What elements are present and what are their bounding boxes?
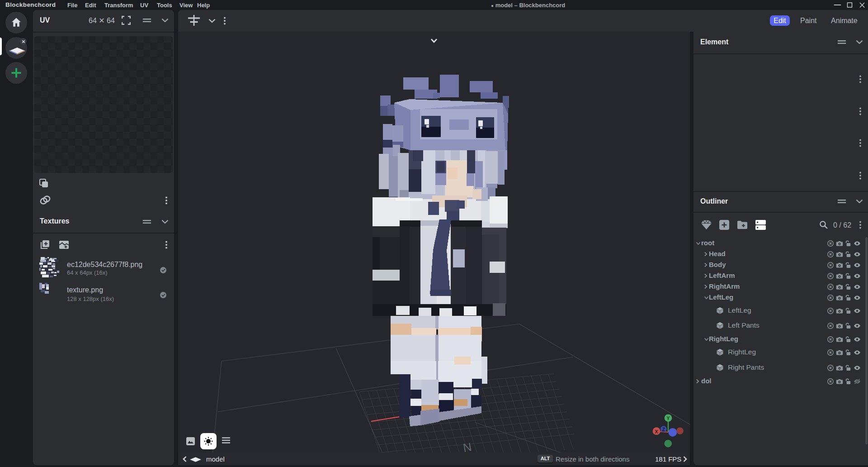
svg-text:X: X: [655, 429, 658, 434]
svg-text:N: N: [462, 440, 473, 453]
svg-text:Z: Z: [662, 427, 665, 432]
svg-text:Y: Y: [666, 415, 670, 421]
